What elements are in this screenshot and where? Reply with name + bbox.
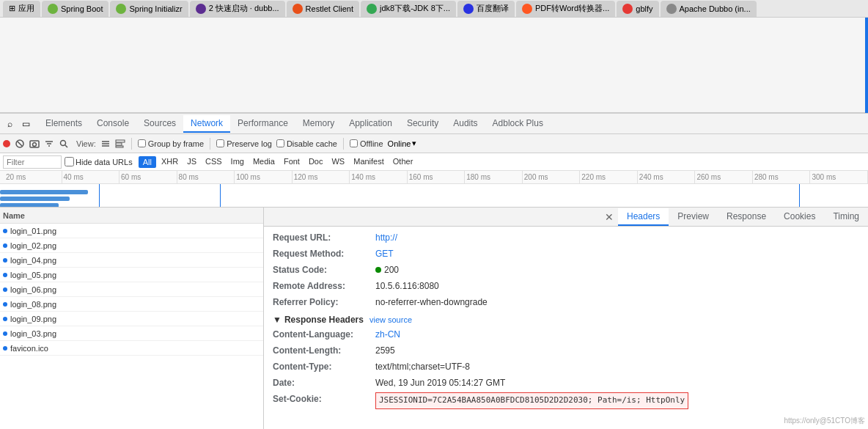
tick-9: 200 ms [523,171,581,183]
request-status-dot-2 [3,258,7,263]
content-language-value: zh-CN [375,328,400,341]
hide-data-urls-input[interactable] [65,157,74,166]
request-row-0[interactable]: login_01.png [0,224,263,238]
tab-apache[interactable]: Apache Dubbo (in... [661,1,757,17]
waterfall-view-button[interactable] [115,139,125,149]
tab-pdf[interactable]: PDF转Word转换器... [516,1,615,17]
view-source-link[interactable]: view source [369,315,412,324]
request-row-4[interactable]: login_06.png [0,282,263,297]
search-button[interactable] [59,139,69,149]
hide-data-urls-checkbox[interactable]: Hide data URLs [65,157,133,166]
tab-apache-label: Apache Dubbo (in... [680,4,751,13]
request-row-5[interactable]: login_08.png [0,297,263,312]
detail-tab-preview[interactable]: Preview [669,208,718,226]
tick-12: 260 ms [695,171,753,183]
tab-gblfy[interactable]: gblfy [617,1,658,17]
svg-line-1 [18,142,22,146]
timeline-ruler: 20 ms 40 ms 60 ms 80 ms 100 ms 120 ms 14… [0,171,868,184]
tab-jdk8[interactable]: jdk8下载-JDK 8下... [361,1,456,17]
offline-input[interactable] [350,139,358,147]
restlet-icon [293,4,303,14]
tab-spring-boot-label: Spring Boot [61,4,103,13]
tab-elements[interactable]: Elements [38,115,89,133]
baidu-icon [463,4,474,14]
tab-spring-boot[interactable]: Spring Boot [42,1,108,17]
response-headers-toggle[interactable]: ▼ [273,315,282,325]
preserve-log-input[interactable] [216,139,224,147]
request-row-3[interactable]: login_05.png [0,268,263,282]
tab-apps[interactable]: ⊞ 应用 [3,1,40,17]
tab-network[interactable]: Network [183,115,230,133]
close-panel-button[interactable]: ✕ [605,211,614,223]
filter-manifest-button[interactable]: Manifest [350,156,388,168]
tab-restlet[interactable]: Restlet Client [287,1,359,17]
request-row-1[interactable]: login_02.png [0,238,263,253]
offline-checkbox[interactable]: Offline [350,139,383,148]
request-status-dot-4 [3,287,7,292]
svg-rect-13 [116,143,122,145]
tab-gblfy-label: gblfy [636,4,652,13]
filter-media-button[interactable]: Media [249,156,279,168]
filter-ws-button[interactable]: WS [328,156,348,168]
list-view-button[interactable] [100,139,111,149]
tab-spring-initializr[interactable]: Spring Initializr [110,1,188,17]
disable-cache-checkbox[interactable]: Disable cache [276,139,337,148]
group-frame-checkbox[interactable]: Group by frame [138,139,204,148]
device-icon[interactable]: ▭ [19,117,32,131]
tab-baidu[interactable]: 百度翻译 [457,1,515,17]
request-url-row: Request URL: http:// [273,231,859,244]
filter-xhr-button[interactable]: XHR [158,156,182,168]
online-dropdown[interactable]: Online ▾ [388,139,417,148]
tab-sources[interactable]: Sources [136,115,183,133]
devtools-panel: ⌕ ▭ Elements Console Sources Network Per… [0,113,868,429]
request-name-3: login_05.png [10,271,260,279]
filter-img-button[interactable]: Img [227,156,248,168]
tab-console[interactable]: Console [89,115,136,133]
content-length-label: Content-Length: [273,344,375,357]
request-status-dot-6 [3,317,7,321]
tick-0: 20 ms [0,171,62,183]
network-toolbar: View: Group by frame Preserve log Disabl… [0,134,868,153]
record-button[interactable] [3,140,10,147]
tab-security[interactable]: Security [400,115,446,133]
detail-tab-response[interactable]: Response [718,208,775,226]
disable-cache-input[interactable] [276,139,284,147]
clear-button[interactable] [15,139,25,149]
detail-tab-cookies[interactable]: Cookies [775,208,824,226]
request-method-value: GET [375,247,394,260]
detail-tab-headers[interactable]: Headers [618,208,669,226]
filter-all-button[interactable]: All [139,156,156,168]
filter-input[interactable] [3,155,62,169]
request-status-dot-0 [3,229,7,233]
filter-toggle-button[interactable] [44,139,54,149]
detail-tab-timing[interactable]: Timing [824,208,868,226]
tab-application[interactable]: Application [342,115,400,133]
request-row-6[interactable]: login_09.png [0,312,263,326]
group-frame-input[interactable] [138,139,146,147]
preserve-log-checkbox[interactable]: Preserve log [216,139,272,148]
remote-address-value: 10.5.6.116:8080 [375,279,439,293]
filter-css-button[interactable]: CSS [202,156,226,168]
tab-audits[interactable]: Audits [446,115,485,133]
cursor-icon[interactable]: ⌕ [3,117,16,131]
tab-memory[interactable]: Memory [295,115,342,133]
svg-line-8 [65,145,67,147]
request-row-8[interactable]: favicon.ico [0,341,263,356]
tab-adblock[interactable]: Adblock Plus [485,115,551,133]
request-row-2[interactable]: login_04.png [0,253,263,268]
tab-performance[interactable]: Performance [230,115,295,133]
tab-dubbo[interactable]: 2 快速启动 · dubb... [190,1,285,17]
filter-other-button[interactable]: Other [389,156,417,168]
response-headers-section: ▼ Response Headers view source [273,315,859,325]
toolbar-separator-3 [343,138,344,150]
filter-doc-button[interactable]: Doc [305,156,327,168]
screenshot-button[interactable] [29,139,40,149]
tick-13: 280 ms [753,171,811,183]
filter-js-button[interactable]: JS [183,156,200,168]
left-panel-header: Name [0,208,263,224]
request-row-7[interactable]: login_03.png [0,326,263,341]
right-panel: ✕ Headers Preview Response Cookies Timin… [264,208,868,429]
gblfy-icon [622,4,633,14]
filter-font-button[interactable]: Font [280,156,304,168]
network-timeline: 20 ms 40 ms 60 ms 80 ms 100 ms 120 ms 14… [0,171,868,208]
